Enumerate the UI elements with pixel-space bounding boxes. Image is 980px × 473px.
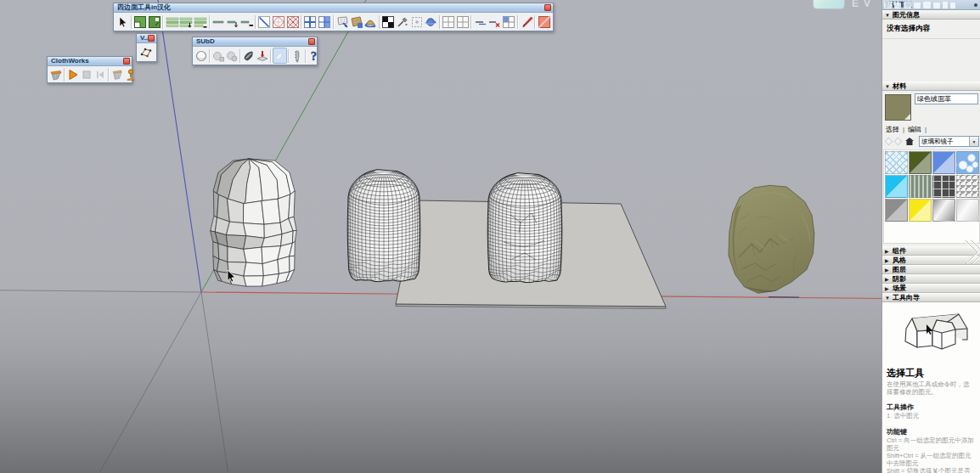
dash-icon [211,15,225,29]
watermark-chevron-icon [964,239,980,266]
material-name-field[interactable] [915,93,978,104]
tool-title: 选择工具 [887,367,924,380]
panel-header-阴影[interactable]: ▶阴影 [882,274,980,284]
sphere-gray-icon [211,49,225,63]
cursor-icon [115,15,129,29]
material-swatch-mirror-light[interactable] [956,199,979,222]
panel-header-instructor[interactable]: ▼ 工具向导 [882,293,980,302]
uv-paste-button[interactable] [363,14,378,30]
watermark-glyph [950,3,955,8]
cloth-settings-button[interactable] [110,67,124,82]
forward-arrow-icon[interactable] [894,138,903,146]
red-pencil-button[interactable] [520,14,534,30]
loops-minus-icon [194,15,207,29]
uv-copy-button[interactable] [349,14,363,30]
material-swatch-dark-green[interactable] [909,151,932,174]
quadface-tools-toolbar[interactable]: 四边面工具in汉化 [113,3,554,31]
toggle-cloth-button[interactable] [49,67,63,82]
vertex-tools-toolbar[interactable]: V... [136,33,157,62]
material-swatch-yellow-glass[interactable] [909,199,932,222]
connect-edges-button[interactable] [257,14,272,30]
quadface-titlebar[interactable]: 四边面工具in汉化 [114,3,553,13]
select-ring-button[interactable] [211,14,226,30]
stop-simulation-button[interactable] [80,67,93,82]
toggle-subdivision-button[interactable] [194,48,208,64]
line-tool-red-button[interactable] [487,14,502,30]
quadface-close-button[interactable] [544,4,551,11]
shrink-ring-button[interactable] [239,14,254,30]
insert-loop-button[interactable] [272,14,286,30]
remove-loop-button[interactable] [285,14,300,30]
subd-toolbar[interactable]: SUbD ? [192,37,318,65]
select-loop-button[interactable] [165,14,179,30]
reset-simulation-button[interactable] [93,67,107,82]
select-cursor-button[interactable] [115,14,130,30]
material-swatch-frosted-noise[interactable] [956,175,979,198]
materials-tab-select[interactable]: 选择 [886,126,899,133]
materials-tab-edit[interactable]: 编辑 [908,126,921,133]
build-corners-button[interactable] [303,14,318,30]
panel-header-entity-info[interactable]: ▼ 图元信息 [882,10,980,20]
clothworks-toolbar[interactable]: ClothWorks [47,56,132,83]
material-swatch-mirror-silver[interactable] [932,199,955,222]
material-swatch-obscure-tiles[interactable] [932,175,955,198]
unwrap-uv-button[interactable] [381,14,396,30]
active-material-preview[interactable] [885,94,911,121]
quadface-select-button[interactable] [133,14,148,30]
triangulate-quads-button[interactable] [456,14,470,30]
play-simulation-button[interactable] [66,67,80,82]
dropdown-arrow-icon[interactable]: ▼ [969,137,978,146]
flip-edge-button[interactable] [537,14,551,30]
panel-header-场景[interactable]: ▶场景 [882,284,980,293]
soft-selection-button[interactable] [273,48,287,64]
toolbar-separator [239,49,241,63]
grow-loop-button[interactable] [179,14,194,30]
subdivided-blob-creased[interactable] [487,173,562,285]
crease-tool-button[interactable] [242,48,256,64]
quad-blob-lowpoly[interactable] [211,159,297,286]
material-swatch-gray-glass[interactable] [885,199,908,222]
grid-corner-button[interactable] [502,14,516,30]
pin-tool-button[interactable] [124,67,138,82]
material-swatch-ribbed-glass[interactable] [909,175,932,198]
line-tool-blue-button[interactable] [473,14,487,30]
grow-ring-button[interactable] [225,14,239,30]
material-swatch-cyan-glass[interactable] [885,175,908,198]
quadface-grow-button[interactable] [148,14,162,30]
uv-map-button[interactable] [335,14,350,30]
shrink-loop-button[interactable] [194,14,208,30]
vertex-titlebar[interactable]: V... [137,34,156,43]
texture-pick-button[interactable] [396,14,410,30]
vertex-gizmo-button[interactable] [138,44,153,60]
deselect-borders-button[interactable] [409,14,424,30]
in-model-home-icon[interactable] [905,138,914,145]
panel-header-图层[interactable]: ▶图层 [882,265,980,274]
material-swatch-translucent-lattice[interactable] [885,151,908,174]
vertex-icon-row [137,43,156,61]
quadrangulate-button[interactable] [442,14,456,30]
tray-pin-icon[interactable] [974,3,977,7]
material-swatch-blue-glass[interactable] [932,151,955,174]
subd-help-button[interactable]: ? [307,48,321,64]
decrease-subdivision-button[interactable] [225,48,239,64]
material-swatch-sky-clouds[interactable] [956,151,979,174]
subd-titlebar[interactable]: SUbD [193,37,317,47]
hatch-red-icon [272,15,285,29]
increase-subdivision-button[interactable] [211,48,225,64]
panel-header-materials[interactable]: ▼ 材料 [882,82,980,91]
build-quads-button[interactable] [318,14,332,30]
zip-edges-button[interactable] [290,48,304,64]
vertex-close-button[interactable] [148,35,155,42]
clothworks-close-button[interactable] [123,58,130,65]
tray-titlebar[interactable]: 默认面板 [882,0,980,10]
subdivide-down-button[interactable] [256,48,269,64]
subdivided-blob[interactable] [347,170,420,284]
smooth-quads-button[interactable] [424,14,438,30]
clothworks-titlebar[interactable]: ClothWorks [48,57,132,66]
collapse-arrow-icon: ▼ [885,84,890,89]
subd-close-button[interactable] [308,38,315,45]
toolbar-separator [470,15,472,29]
material-collection-dropdown[interactable]: 玻璃和镜子 ▼ [919,136,979,147]
back-arrow-icon[interactable] [885,138,893,146]
keys-heading: 功能键 [887,427,907,436]
